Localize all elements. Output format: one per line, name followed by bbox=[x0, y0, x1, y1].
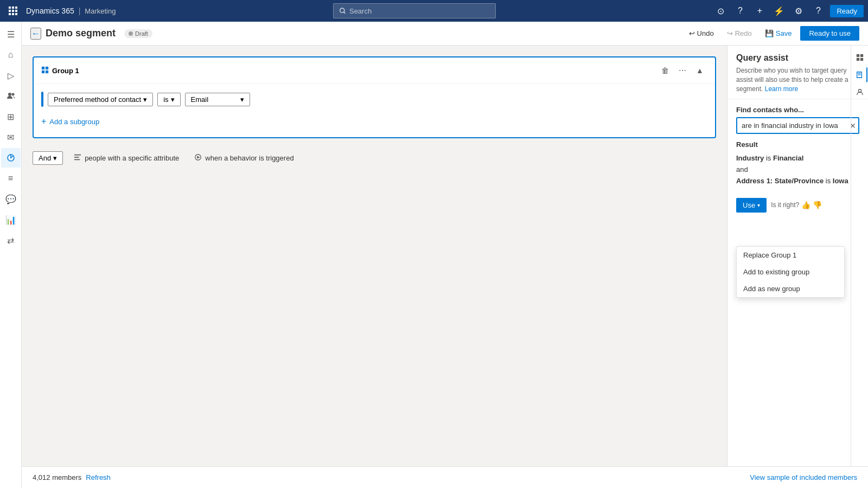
add-as-new-group-item[interactable]: Add as new group bbox=[737, 280, 844, 297]
find-contacts-label: Find contacts who... bbox=[736, 106, 859, 114]
svg-point-11 bbox=[8, 93, 11, 96]
group-actions: 🗑 ⋯ ▲ bbox=[658, 63, 707, 78]
collapse-group-button[interactable]: ▲ bbox=[692, 63, 707, 78]
help-icon[interactable]: ? bbox=[732, 3, 748, 18]
result-label: Result bbox=[736, 140, 859, 149]
svg-rect-0 bbox=[9, 7, 11, 9]
svg-rect-1 bbox=[12, 7, 14, 9]
svg-rect-6 bbox=[9, 13, 11, 15]
help-circle-icon[interactable]: ? bbox=[810, 3, 826, 18]
settings-circle-icon[interactable]: ⊙ bbox=[713, 3, 728, 18]
svg-rect-18 bbox=[74, 155, 81, 156]
filter-icon[interactable]: ⚡ bbox=[771, 3, 787, 18]
condition-row: Preferred method of contact is Email bbox=[41, 92, 707, 107]
query-input-wrapper: ✕ bbox=[736, 117, 859, 134]
back-button[interactable]: ← bbox=[30, 28, 41, 40]
top-navigation: Dynamics 365 | Marketing ⊙ ? + ⚡ ⚙ ? Rea… bbox=[0, 0, 868, 22]
view-sample-link[interactable]: View sample of included members bbox=[750, 473, 857, 481]
segment-icon[interactable] bbox=[1, 148, 21, 168]
svg-rect-20 bbox=[74, 159, 80, 160]
home-icon[interactable]: ⌂ bbox=[1, 45, 21, 65]
plus-icon: + bbox=[41, 117, 46, 126]
condition-field-selector[interactable]: Preferred method of contact bbox=[48, 93, 153, 106]
save-button[interactable]: 💾 Save bbox=[761, 27, 796, 40]
add-subgroup-button[interactable]: + Add a subgroup bbox=[41, 113, 99, 130]
query-assist-title: Query assist bbox=[736, 53, 859, 63]
email-icon[interactable]: ✉ bbox=[1, 127, 21, 147]
svg-rect-4 bbox=[12, 10, 14, 12]
list-icon[interactable]: ≡ bbox=[1, 169, 21, 188]
search-box[interactable] bbox=[333, 3, 496, 18]
right-icon-panel bbox=[851, 46, 868, 466]
analytics-icon[interactable]: 📊 bbox=[1, 210, 21, 229]
app-name: Dynamics 365 bbox=[26, 7, 74, 15]
svg-rect-26 bbox=[860, 58, 863, 61]
result-section: Result Industry is Financial and Address… bbox=[727, 140, 868, 193]
panel-person-icon[interactable] bbox=[852, 85, 867, 100]
chat-icon[interactable]: 💬 bbox=[1, 189, 21, 209]
search-area bbox=[116, 3, 713, 18]
add-to-existing-group-item[interactable]: Add to existing group bbox=[737, 264, 844, 280]
add-attribute-option[interactable]: people with a specific attribute bbox=[69, 151, 183, 165]
learn-more-link[interactable]: Learn more bbox=[765, 85, 798, 93]
segment-builder: Group 1 🗑 ⋯ ▲ Preferred method of contac… bbox=[22, 46, 727, 466]
svg-rect-7 bbox=[12, 13, 14, 15]
plus-icon[interactable]: + bbox=[752, 3, 767, 18]
add-group-row: And people with a specific attribute bbox=[33, 147, 716, 169]
play-icon[interactable]: ▷ bbox=[1, 66, 21, 85]
use-chevron-icon: ▾ bbox=[757, 202, 760, 208]
search-input[interactable] bbox=[349, 7, 490, 15]
more-options-button[interactable]: ⋯ bbox=[675, 63, 690, 78]
save-icon: 💾 bbox=[765, 29, 774, 37]
group-icon bbox=[41, 66, 49, 75]
right-panel: Query assist Describe who you wish to ta… bbox=[727, 46, 868, 466]
contacts-icon[interactable] bbox=[1, 86, 21, 106]
svg-point-12 bbox=[11, 93, 14, 96]
undo-icon: ↩ bbox=[689, 29, 695, 37]
panel-query-icon[interactable] bbox=[852, 67, 867, 82]
svg-rect-5 bbox=[15, 10, 17, 12]
query-input[interactable] bbox=[736, 117, 859, 134]
svg-rect-24 bbox=[860, 54, 863, 57]
group-title: Group 1 bbox=[52, 67, 658, 75]
and-chevron-icon bbox=[53, 154, 57, 162]
command-bar: ← Demo segment Draft ↩ Undo ↪ Redo 💾 Sav… bbox=[22, 22, 868, 46]
delete-group-button[interactable]: 🗑 bbox=[658, 63, 673, 78]
use-dropdown: Replace Group 1 Add to existing group Ad… bbox=[736, 246, 845, 298]
refresh-link[interactable]: Refresh bbox=[86, 473, 111, 481]
replace-group-item[interactable]: Replace Group 1 bbox=[737, 247, 844, 264]
redo-icon: ↪ bbox=[727, 29, 733, 37]
condition-value-selector[interactable]: Email bbox=[185, 93, 250, 106]
gear-icon[interactable]: ⚙ bbox=[791, 3, 806, 18]
and-button[interactable]: And bbox=[33, 151, 63, 165]
left-sidebar: ☰ ⌂ ▷ ⊞ ✉ ≡ 💬 📊 ⇄ bbox=[0, 22, 22, 488]
condition-operator-selector[interactable]: is bbox=[157, 93, 180, 106]
query-assist-description: Describe who you wish to target query as… bbox=[736, 66, 859, 93]
ready-to-use-button[interactable]: Ready to use bbox=[800, 26, 859, 41]
waffle-menu[interactable] bbox=[4, 2, 22, 20]
redo-button[interactable]: ↪ Redo bbox=[723, 27, 756, 40]
integration-icon[interactable]: ⇄ bbox=[1, 230, 21, 250]
content-body: Group 1 🗑 ⋯ ▲ Preferred method of contac… bbox=[22, 46, 868, 466]
panel-icon-1[interactable] bbox=[852, 50, 867, 65]
group-card-1: Group 1 🗑 ⋯ ▲ Preferred method of contac… bbox=[33, 56, 716, 138]
add-behavior-option[interactable]: when a behavior is triggered bbox=[190, 151, 298, 165]
field-chevron-icon bbox=[143, 95, 147, 104]
undo-button[interactable]: ↩ Undo bbox=[685, 27, 718, 40]
thumbs-down-button[interactable]: 👎 bbox=[813, 201, 822, 209]
grid-icon[interactable]: ⊞ bbox=[1, 107, 21, 126]
menu-toggle-icon[interactable]: ☰ bbox=[1, 24, 21, 44]
thumbs-up-button[interactable]: 👍 bbox=[801, 201, 810, 209]
group-header: Group 1 🗑 ⋯ ▲ bbox=[34, 57, 715, 84]
svg-line-10 bbox=[343, 12, 345, 14]
search-icon bbox=[339, 7, 346, 15]
operator-chevron-icon bbox=[171, 95, 175, 104]
use-button[interactable]: Use ▾ bbox=[736, 198, 767, 213]
nav-right-icons: ⊙ ? + ⚡ ⚙ ? Ready bbox=[713, 3, 864, 18]
status-dot bbox=[129, 31, 133, 36]
group-body: Preferred method of contact is Email bbox=[34, 84, 715, 137]
svg-rect-14 bbox=[42, 66, 44, 69]
svg-point-29 bbox=[858, 89, 861, 92]
svg-rect-8 bbox=[15, 13, 17, 15]
members-count-area: 4,012 members Refresh bbox=[33, 473, 111, 481]
